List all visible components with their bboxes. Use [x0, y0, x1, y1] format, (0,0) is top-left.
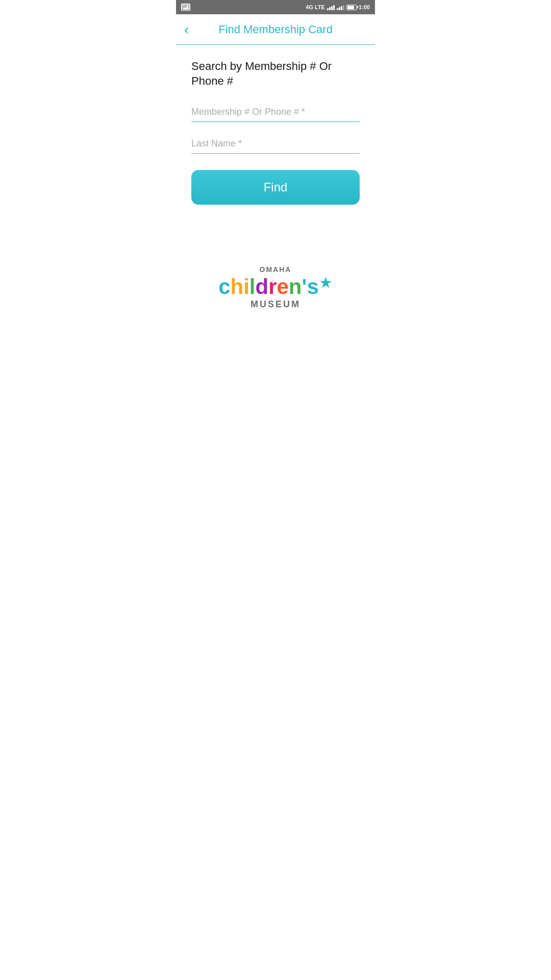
status-left — [181, 4, 190, 11]
letter-l: l — [249, 275, 256, 299]
find-button[interactable]: Find — [191, 170, 360, 205]
network-label: 4G LTE — [306, 4, 325, 10]
svg-point-4 — [187, 6, 188, 7]
nav-header: ‹ Find Membership Card — [176, 14, 375, 45]
letter-apostrophe: ' — [302, 275, 307, 299]
signal-bars-2 — [337, 4, 344, 10]
signal-bars — [327, 4, 335, 10]
time-label: 1:00 — [359, 4, 370, 10]
letter-c: c — [218, 275, 230, 299]
letter-i: i — [243, 275, 249, 299]
page-title: Find Membership Card — [218, 23, 333, 36]
membership-input[interactable] — [191, 103, 360, 122]
letter-s: s — [307, 275, 319, 299]
logo-section: OMAHA c h i l d r e n ' s ★ MUSEUM — [176, 266, 375, 309]
logo-childrens: c h i l d r e n ' s ★ — [218, 275, 333, 299]
logo-container: OMAHA c h i l d r e n ' s ★ MUSEUM — [218, 266, 333, 309]
back-button[interactable]: ‹ — [184, 20, 193, 39]
photo-icon — [181, 4, 190, 11]
letter-h: h — [230, 275, 243, 299]
last-name-input[interactable] — [191, 134, 360, 154]
logo-omaha: OMAHA — [260, 266, 292, 274]
membership-input-group — [191, 103, 360, 122]
letter-n: n — [289, 275, 302, 299]
letter-r: r — [268, 275, 277, 299]
last-name-input-group — [191, 134, 360, 154]
logo-museum: MUSEUM — [251, 300, 300, 310]
main-content: Search by Membership # Or Phone # Find — [176, 45, 375, 205]
battery-icon — [346, 5, 357, 10]
star-icon: ★ — [319, 274, 333, 291]
search-label: Search by Membership # Or Phone # — [191, 59, 360, 88]
letter-d: d — [255, 275, 268, 299]
status-right: 4G LTE 1:00 — [306, 4, 370, 10]
letter-e: e — [277, 275, 289, 299]
status-bar: 4G LTE 1:00 — [176, 0, 375, 14]
